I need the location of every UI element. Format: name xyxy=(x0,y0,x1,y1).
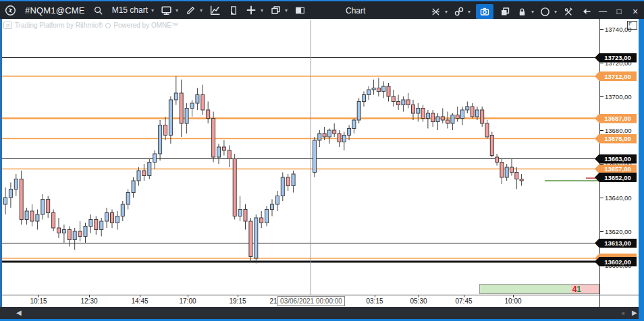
candle-body[interactable] xyxy=(500,163,504,178)
candle-body[interactable] xyxy=(47,200,50,213)
candle-body[interactable] xyxy=(95,220,98,230)
candle-body[interactable] xyxy=(169,100,172,136)
time-axis[interactable]: 03/06/2021 00:00:00 10:1512:3014:4517:00… xyxy=(0,295,599,307)
layers-icon[interactable] xyxy=(269,4,281,16)
lock-caret-icon[interactable]: ▾ xyxy=(531,9,534,15)
candle-body[interactable] xyxy=(153,154,157,163)
lock-icon[interactable] xyxy=(516,5,529,18)
candle-body[interactable] xyxy=(461,110,464,119)
scroll-left-icon[interactable]: ◀ xyxy=(16,309,22,316)
candle-body[interactable] xyxy=(4,198,7,204)
candle-body[interactable] xyxy=(286,177,290,186)
candle-body[interactable] xyxy=(520,179,523,181)
candle-body[interactable] xyxy=(406,100,410,105)
candle-body[interactable] xyxy=(62,230,65,233)
candle-body[interactable] xyxy=(352,120,356,129)
price-axis[interactable]: F 13740,0013720,0013700,0013680,0013660,… xyxy=(600,19,639,307)
candle-body[interactable] xyxy=(292,174,295,186)
candle-body[interactable] xyxy=(115,216,119,223)
add-caret-icon[interactable]: ▾ xyxy=(261,7,263,13)
candle-body[interactable] xyxy=(392,96,395,102)
candle-body[interactable] xyxy=(348,129,351,136)
candle-body[interactable] xyxy=(164,125,167,136)
candle-body[interactable] xyxy=(132,181,135,193)
copy-icon[interactable] xyxy=(499,5,511,18)
candle-body[interactable] xyxy=(36,214,39,221)
candle-body[interactable] xyxy=(89,220,92,227)
candle-body[interactable] xyxy=(382,86,385,92)
close-button[interactable]: × xyxy=(630,6,641,17)
candle-body[interactable] xyxy=(510,167,514,173)
candle-body[interactable] xyxy=(20,179,23,220)
candle-body[interactable] xyxy=(222,147,225,150)
candle-body[interactable] xyxy=(174,93,178,100)
candle-body[interactable] xyxy=(357,102,360,121)
candle-body[interactable] xyxy=(233,159,236,216)
chart-canvas[interactable] xyxy=(0,19,599,295)
candle-body[interactable] xyxy=(338,134,341,142)
window-edge-right[interactable] xyxy=(639,19,644,321)
chart-line-icon[interactable] xyxy=(209,4,221,16)
candle-body[interactable] xyxy=(397,102,400,105)
candle-body[interactable] xyxy=(466,107,469,110)
candle-body[interactable] xyxy=(207,110,210,119)
scroll-right-icon[interactable]: ▶ xyxy=(632,309,637,316)
candle-body[interactable] xyxy=(84,227,87,237)
candle-body[interactable] xyxy=(313,140,317,173)
candle-body[interactable] xyxy=(377,88,380,92)
candle-body[interactable] xyxy=(73,231,76,240)
pencil-caret-icon[interactable]: ▾ xyxy=(200,7,203,13)
candle-body[interactable] xyxy=(426,113,429,119)
candle-body[interactable] xyxy=(412,105,415,114)
candle-body[interactable] xyxy=(475,110,479,117)
minimize-button[interactable]: — xyxy=(597,7,608,16)
candle-body[interactable] xyxy=(446,120,450,123)
candle-body[interactable] xyxy=(327,130,331,137)
candle-body[interactable] xyxy=(249,221,252,257)
candle-body[interactable] xyxy=(180,93,183,123)
link-caret-icon[interactable]: ▾ xyxy=(468,9,471,15)
candle-body[interactable] xyxy=(372,88,375,90)
candle-body[interactable] xyxy=(387,86,390,96)
timeframe-caret-icon[interactable]: ▾ xyxy=(151,7,154,13)
candle-body[interactable] xyxy=(318,134,321,140)
candle-body[interactable] xyxy=(485,123,489,137)
candle-body[interactable] xyxy=(238,210,242,216)
candle-body[interactable] xyxy=(227,150,231,159)
candle-body[interactable] xyxy=(481,110,484,123)
candle-body[interactable] xyxy=(441,117,444,120)
pencil-icon[interactable] xyxy=(184,4,196,16)
candle-body[interactable] xyxy=(254,218,258,258)
candle-body[interactable] xyxy=(100,221,103,230)
candle-body[interactable] xyxy=(25,211,28,220)
candle-body[interactable] xyxy=(78,231,82,237)
candle-body[interactable] xyxy=(490,136,493,156)
candle-body[interactable] xyxy=(456,115,459,119)
candle-body[interactable] xyxy=(275,196,279,205)
candle-body[interactable] xyxy=(342,136,346,142)
candle-body[interactable] xyxy=(30,211,34,221)
candle-body[interactable] xyxy=(52,213,55,229)
ring-caret-icon[interactable]: ▾ xyxy=(554,9,557,15)
candle-body[interactable] xyxy=(505,167,508,177)
candle-body[interactable] xyxy=(436,117,439,122)
settings-tools-icon[interactable] xyxy=(562,5,574,18)
candle-body[interactable] xyxy=(471,107,474,117)
add-indicator-icon[interactable] xyxy=(245,4,257,16)
candle-body[interactable] xyxy=(333,130,336,134)
candle-body[interactable] xyxy=(196,95,199,104)
candle-body[interactable] xyxy=(323,134,326,137)
candle-body[interactable] xyxy=(41,200,45,215)
candle-body[interactable] xyxy=(105,213,109,222)
scroll-thumb[interactable]: ■ xyxy=(622,310,625,316)
candle-body[interactable] xyxy=(265,210,269,223)
monitor-icon[interactable] xyxy=(160,4,172,16)
candle-body[interactable] xyxy=(57,228,61,233)
monitor-caret-icon[interactable]: ▾ xyxy=(176,7,178,13)
candle-body[interactable] xyxy=(363,95,366,102)
candle-body[interactable] xyxy=(217,147,221,157)
candle-body[interactable] xyxy=(9,189,12,198)
candle-body[interactable] xyxy=(159,125,162,154)
candle-body[interactable] xyxy=(137,171,140,181)
page-template-icon[interactable] xyxy=(227,4,239,16)
